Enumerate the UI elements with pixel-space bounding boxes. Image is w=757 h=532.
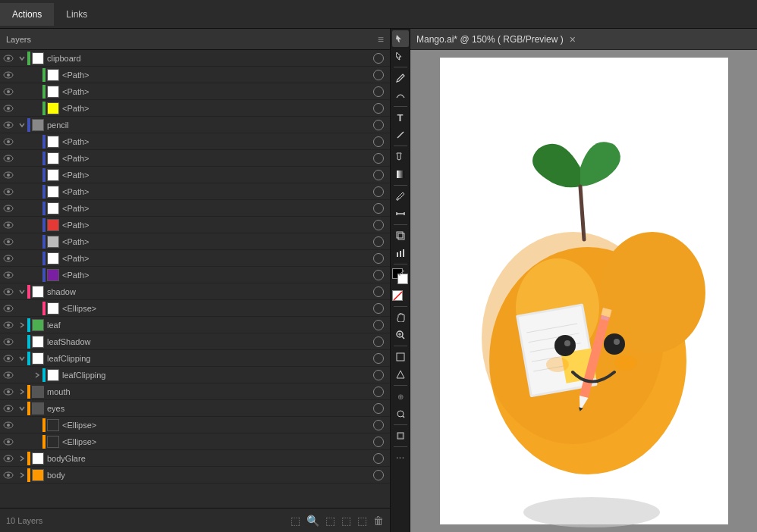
layer-row[interactable]: <Path> (0, 150, 390, 167)
layers-menu-icon[interactable]: ≡ (378, 33, 384, 45)
footer-icon-4[interactable]: ⬚ (341, 515, 351, 527)
layer-visibility[interactable] (0, 100, 17, 117)
layer-visibility[interactable] (0, 383, 17, 400)
layer-row[interactable]: <Path> (0, 133, 390, 150)
layer-visibility[interactable] (0, 333, 17, 350)
tool-bottom-3[interactable]: ⊕ (392, 388, 409, 405)
layer-visibility[interactable] (0, 217, 17, 233)
layer-row[interactable]: <Path> (0, 233, 390, 250)
layer-row[interactable]: shadow (0, 283, 390, 300)
layer-row[interactable]: <Path> (0, 183, 390, 200)
color-swatches[interactable] (392, 268, 409, 288)
layer-expand-arrow[interactable] (32, 100, 42, 117)
layer-expand-arrow[interactable] (32, 150, 42, 167)
canvas-close-button[interactable]: × (570, 33, 576, 45)
footer-icon-trash[interactable]: 🗑 (373, 515, 384, 527)
layer-visibility[interactable] (0, 233, 17, 250)
layer-expand-arrow[interactable] (32, 133, 42, 150)
layer-expand-arrow[interactable] (17, 450, 27, 467)
layer-visibility[interactable] (0, 433, 17, 450)
footer-icon-2[interactable]: 🔍 (306, 515, 319, 527)
layer-visibility[interactable] (0, 450, 17, 467)
layer-expand-arrow[interactable] (32, 267, 42, 283)
layer-visibility[interactable] (0, 200, 17, 217)
layer-row[interactable]: body (0, 467, 390, 483)
layer-row[interactable]: eyes (0, 400, 390, 417)
footer-icon-5[interactable]: ⬚ (357, 515, 367, 527)
tool-direct-select[interactable] (392, 48, 409, 64)
layer-row[interactable]: <Path> (0, 100, 390, 117)
layer-visibility[interactable] (0, 317, 17, 333)
tool-line[interactable] (392, 127, 409, 143)
layer-visibility[interactable] (0, 267, 17, 283)
layer-row[interactable]: <Path> (0, 83, 390, 100)
layer-row[interactable]: pencil (0, 117, 390, 133)
layer-expand-arrow[interactable] (32, 183, 42, 200)
layer-visibility[interactable] (0, 283, 17, 300)
layer-visibility[interactable] (0, 367, 17, 383)
layer-expand-arrow[interactable] (17, 383, 27, 400)
layer-expand-arrow[interactable] (17, 317, 27, 333)
tab-actions[interactable]: Actions (0, 3, 54, 26)
layer-expand-arrow[interactable] (32, 233, 42, 250)
layer-row[interactable]: <Ellipse> (0, 433, 390, 450)
layer-expand-arrow[interactable] (17, 350, 27, 367)
footer-icon-1[interactable]: ⬚ (291, 515, 300, 527)
tool-more[interactable]: ··· (394, 449, 407, 465)
layer-expand-arrow[interactable] (32, 417, 42, 433)
layer-row[interactable]: bodyGlare (0, 450, 390, 467)
layer-expand-arrow[interactable] (32, 300, 42, 317)
tool-pen[interactable] (392, 70, 409, 86)
layer-visibility[interactable] (0, 183, 17, 200)
footer-icon-3[interactable]: ⬚ (325, 515, 335, 527)
tool-chart[interactable] (392, 245, 409, 261)
layer-visibility[interactable] (0, 67, 17, 83)
layer-expand-arrow[interactable] (32, 250, 42, 267)
layer-visibility[interactable] (0, 133, 17, 150)
layer-expand-arrow[interactable] (32, 167, 42, 183)
layer-row[interactable]: mouth (0, 383, 390, 400)
layer-expand-arrow[interactable] (17, 50, 27, 67)
layer-expand-arrow[interactable] (32, 200, 42, 217)
layer-visibility[interactable] (0, 50, 17, 67)
layer-row[interactable]: leafClipping (0, 367, 390, 383)
tool-gradient[interactable] (392, 166, 409, 183)
layer-visibility[interactable] (0, 400, 17, 417)
tool-bottom-1[interactable] (392, 349, 409, 365)
tool-bottom-4[interactable] (392, 405, 409, 422)
tool-bottom-2[interactable] (392, 366, 409, 383)
layer-expand-arrow[interactable] (32, 217, 42, 233)
layer-visibility[interactable] (0, 350, 17, 367)
layer-expand-arrow[interactable] (17, 333, 27, 350)
layer-visibility[interactable] (0, 150, 17, 167)
layer-visibility[interactable] (0, 117, 17, 133)
layer-row[interactable]: leafClipping (0, 350, 390, 367)
layer-visibility[interactable] (0, 167, 17, 183)
layer-expand-arrow[interactable] (17, 117, 27, 133)
layer-visibility[interactable] (0, 83, 17, 100)
tool-select[interactable] (392, 30, 409, 47)
layer-expand-arrow[interactable] (32, 83, 42, 100)
layer-expand-arrow[interactable] (17, 283, 27, 300)
layer-visibility[interactable] (0, 300, 17, 317)
tool-zoom[interactable] (392, 327, 409, 343)
layer-row[interactable]: <Path> (0, 267, 390, 283)
tool-artboard[interactable] (392, 427, 409, 444)
layer-visibility[interactable] (0, 250, 17, 267)
layer-row[interactable]: <Ellipse> (0, 300, 390, 317)
layer-expand-arrow[interactable] (32, 67, 42, 83)
layer-visibility[interactable] (0, 467, 17, 483)
swap-colors-icon[interactable] (398, 268, 407, 277)
layer-expand-arrow[interactable] (32, 433, 42, 450)
layer-row[interactable]: <Path> (0, 67, 390, 83)
layer-row[interactable]: <Path> (0, 217, 390, 233)
layer-row[interactable]: clipboard (0, 50, 390, 67)
layer-visibility[interactable] (0, 417, 17, 433)
tool-shape-build[interactable] (392, 227, 409, 244)
layer-row[interactable]: leaf (0, 317, 390, 333)
layer-row[interactable]: <Path> (0, 167, 390, 183)
tool-paint[interactable] (392, 149, 409, 165)
none-fill-swatch[interactable] (392, 290, 403, 301)
tool-hand[interactable] (392, 309, 409, 326)
tool-type[interactable]: T (392, 109, 409, 126)
